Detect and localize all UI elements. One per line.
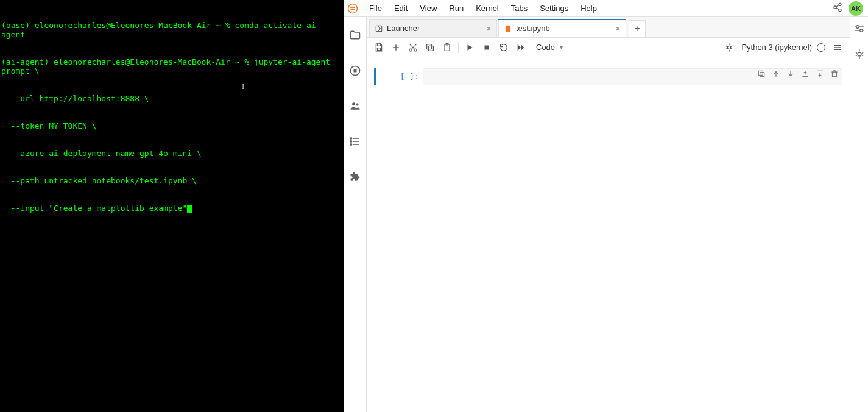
right-sidebar [850, 17, 868, 412]
svg-line-4 [836, 5, 839, 7]
code-cell[interactable]: [ ]: [374, 68, 842, 85]
launcher-icon [375, 24, 383, 33]
svg-rect-31 [485, 45, 489, 49]
svg-marker-30 [468, 44, 473, 50]
cell-type-select[interactable]: Code ▾ [531, 41, 566, 54]
jupyterlab-app: File Edit View Run Kernel Tabs Settings … [344, 0, 868, 412]
terminal-cursor [187, 205, 192, 213]
menu-kernel[interactable]: Kernel [470, 1, 505, 15]
run-button[interactable] [462, 40, 477, 55]
svg-line-66 [856, 55, 857, 57]
menu-run[interactable]: Run [443, 1, 470, 15]
kernel-status-idle-icon [817, 43, 825, 52]
svg-point-2 [834, 6, 836, 9]
terminal-line: (base) eleonorecharles@Eleonores-MacBook… [1, 21, 342, 39]
svg-line-65 [861, 52, 863, 54]
svg-line-40 [732, 48, 733, 49]
restart-button[interactable] [496, 40, 511, 55]
svg-rect-18 [377, 44, 380, 46]
terminal-line: --token MY_TOKEN \ [1, 121, 342, 130]
menu-file[interactable]: File [363, 1, 388, 15]
cell-active-bar [374, 68, 376, 85]
svg-point-3 [839, 9, 841, 11]
svg-rect-54 [833, 72, 837, 77]
close-icon[interactable]: × [486, 23, 492, 34]
users-icon[interactable] [349, 100, 361, 115]
chevron-down-icon: ▾ [560, 44, 563, 51]
svg-rect-19 [377, 48, 380, 50]
svg-point-14 [350, 141, 352, 143]
tab-bar: Launcher × test.ipynb × + [367, 17, 850, 38]
svg-rect-7 [353, 69, 356, 73]
notebook-icon [504, 24, 512, 33]
svg-point-61 [858, 52, 861, 56]
menu-tabs[interactable]: Tabs [505, 1, 534, 15]
property-inspector-icon[interactable] [854, 23, 865, 37]
file-browser-icon[interactable] [349, 29, 361, 44]
svg-line-39 [726, 48, 727, 49]
paste-button[interactable] [440, 40, 454, 55]
copy-button[interactable] [423, 40, 437, 55]
notebook-body[interactable]: [ ]: [367, 57, 850, 412]
menu-settings[interactable]: Settings [534, 1, 574, 15]
tab-notebook[interactable]: test.ipynb × [498, 19, 626, 37]
move-down-icon[interactable] [786, 69, 795, 80]
close-icon[interactable]: × [615, 23, 621, 34]
svg-line-67 [861, 55, 863, 57]
separator [458, 42, 459, 53]
more-options-icon[interactable] [830, 40, 845, 55]
svg-line-37 [726, 46, 727, 46]
running-kernels-icon[interactable] [349, 65, 361, 79]
debugger-icon[interactable] [722, 40, 736, 55]
menu-edit[interactable]: Edit [388, 1, 414, 15]
svg-point-9 [356, 103, 358, 105]
cell-type-value: Code [534, 41, 557, 53]
svg-marker-33 [521, 44, 524, 51]
cut-button[interactable] [406, 40, 420, 55]
terminal-line: --url http://localhost:8888 \ [1, 94, 342, 103]
save-button[interactable] [372, 40, 386, 55]
delete-cell-icon[interactable] [830, 69, 839, 80]
svg-point-55 [856, 26, 859, 29]
main-area: Launcher × test.ipynb × + [367, 17, 850, 412]
cell-toolbar [757, 69, 839, 80]
terminal-line: --azure-ai-deployment-name gpt-4o-mini \ [1, 149, 342, 158]
terminal-line: (ai-agent) eleonorecharles@Eleonores-Mac… [1, 57, 342, 76]
svg-rect-17 [506, 25, 510, 32]
jupyter-logo-icon [346, 2, 359, 15]
duplicate-cell-icon[interactable] [757, 69, 766, 80]
share-icon[interactable] [833, 2, 842, 15]
terminal-pane[interactable]: (base) eleonorecharles@Eleonores-MacBook… [0, 0, 344, 412]
insert-below-icon[interactable] [816, 69, 824, 80]
menubar: File Edit View Run Kernel Tabs Settings … [344, 0, 868, 17]
add-cell-button[interactable] [389, 40, 403, 55]
svg-line-38 [732, 46, 733, 46]
svg-point-8 [352, 102, 355, 105]
menu-view[interactable]: View [414, 1, 443, 15]
new-tab-button[interactable]: + [629, 20, 646, 37]
debugger-panel-icon[interactable] [854, 49, 865, 62]
tab-label: Launcher [387, 24, 420, 33]
notebook-toolbar: Code ▾ Python 3 (ipykernel) [367, 38, 850, 57]
tab-label: test.ipynb [516, 24, 550, 33]
svg-line-64 [856, 52, 857, 54]
svg-point-1 [839, 3, 841, 5]
table-of-contents-icon[interactable] [349, 135, 361, 150]
text-caret-icon: I [242, 82, 244, 91]
extensions-icon[interactable] [349, 171, 361, 185]
avatar[interactable]: AK [849, 1, 863, 16]
tab-launcher[interactable]: Launcher × [369, 19, 497, 37]
svg-rect-45 [758, 71, 763, 75]
svg-point-0 [348, 4, 358, 13]
svg-rect-27 [427, 44, 432, 49]
run-all-button[interactable] [513, 40, 528, 55]
kernel-name[interactable]: Python 3 (ipykernel) [741, 43, 812, 52]
menu-help[interactable]: Help [574, 1, 603, 15]
stop-button[interactable] [479, 40, 494, 55]
svg-point-56 [859, 29, 863, 32]
left-sidebar [344, 17, 367, 412]
insert-above-icon[interactable] [801, 69, 810, 80]
svg-point-13 [350, 138, 352, 140]
svg-point-34 [728, 46, 731, 49]
move-up-icon[interactable] [772, 69, 780, 80]
